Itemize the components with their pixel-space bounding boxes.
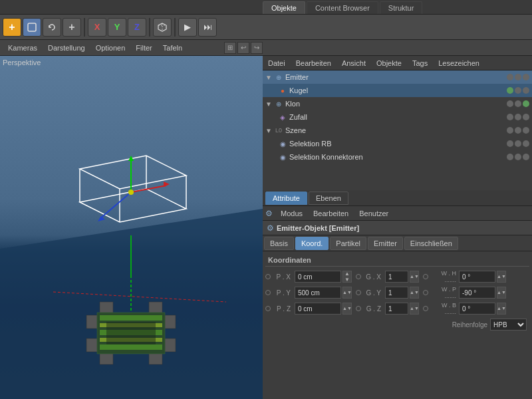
rotate-btn[interactable] xyxy=(43,18,61,37)
menu-lesezeichen[interactable]: Lesezeichen xyxy=(433,58,485,68)
x-btn[interactable]: X xyxy=(88,18,106,37)
radio-gy[interactable] xyxy=(356,290,361,295)
arrow-py[interactable]: ▲▼ xyxy=(342,287,352,299)
input-gy[interactable] xyxy=(385,287,408,299)
tab-content-browser[interactable]: Content Browser xyxy=(307,1,378,14)
input-gz[interactable] xyxy=(385,303,408,315)
tab-struktur[interactable]: Struktur xyxy=(380,1,423,14)
expand-arrow-emitter[interactable]: ▼ xyxy=(265,74,272,81)
vis-dot-sk2[interactable] xyxy=(515,154,521,160)
vis-dot-k1[interactable] xyxy=(507,87,513,94)
subtab-basis[interactable]: Basis xyxy=(264,237,294,250)
expand-arrow-klon[interactable]: ▼ xyxy=(265,100,272,108)
view-icon3[interactable]: ↪ xyxy=(251,42,263,54)
input-pz[interactable] xyxy=(295,303,341,315)
input-px[interactable] xyxy=(295,271,341,283)
add2-btn[interactable]: + xyxy=(63,18,81,37)
vis-dot-s1[interactable] xyxy=(507,127,513,134)
menu-ansicht[interactable]: Ansicht xyxy=(336,58,371,68)
z-btn[interactable]: Z xyxy=(128,18,146,37)
radio-pz[interactable] xyxy=(265,306,271,311)
radio-px[interactable] xyxy=(265,274,271,279)
object-row-kugel[interactable]: ● Kugel xyxy=(263,84,532,97)
expand-arrow-szene[interactable]: ▼ xyxy=(265,127,272,134)
vis-dot-sk1[interactable] xyxy=(507,154,513,160)
vis-dot-srb3[interactable] xyxy=(523,140,529,147)
menu-tafeln[interactable]: Tafeln xyxy=(158,43,188,53)
tab-attribute[interactable]: Attribute xyxy=(265,192,307,205)
vis-dot-srb2[interactable] xyxy=(515,140,521,147)
arrow-px[interactable]: ▲▼ xyxy=(342,271,352,283)
attr-menu-benutzer[interactable]: Benutzer xyxy=(354,208,394,219)
reihenfolge-select[interactable]: HPB PHB HPB xyxy=(490,319,527,331)
menu-darstellung[interactable]: Darstellung xyxy=(43,43,90,53)
vis-dot1[interactable] xyxy=(507,74,513,80)
arrow-wb[interactable]: ▲▼ xyxy=(497,303,506,315)
tab-objekte[interactable]: Objekte xyxy=(263,1,305,14)
subtab-koord[interactable]: Koord. xyxy=(295,237,329,250)
object-btn[interactable] xyxy=(23,18,41,37)
vis-dot-s2[interactable] xyxy=(515,127,521,134)
object-row-emitter[interactable]: ▼ ⊕ Emitter xyxy=(263,70,532,84)
arrow-gz[interactable]: ▲▼ xyxy=(410,303,419,315)
vis-dot3[interactable] xyxy=(523,74,529,80)
object-row-selektion-rb[interactable]: ◉ Selektion RB xyxy=(263,137,532,150)
vis-dot-kl3[interactable] xyxy=(523,100,529,107)
object-row-zufall[interactable]: ◈ Zufall xyxy=(263,110,532,124)
objects-list[interactable]: ▼ ⊕ Emitter ● Kugel xyxy=(263,70,532,190)
input-gx[interactable] xyxy=(385,271,408,283)
object-row-selektion-konnektoren[interactable]: ◉ Selektion Konnektoren xyxy=(263,150,532,164)
menu-kameras[interactable]: Kameras xyxy=(3,43,43,53)
play-btn[interactable]: ▶ xyxy=(178,18,197,37)
vis-dot-kl1[interactable] xyxy=(507,100,513,107)
cube-btn[interactable] xyxy=(153,18,172,37)
vis-dot-k2[interactable] xyxy=(515,87,521,94)
vis-dot-z1[interactable] xyxy=(507,114,513,120)
input-py[interactable] xyxy=(295,287,341,299)
radio-wb[interactable] xyxy=(423,306,428,311)
radio-wp[interactable] xyxy=(423,290,428,295)
arrow-wp[interactable]: ▲▼ xyxy=(497,287,506,299)
input-wh[interactable] xyxy=(459,271,495,283)
label-px: P . X xyxy=(273,273,293,281)
vis-dot-srb1[interactable] xyxy=(507,140,513,147)
emitter-vis xyxy=(507,74,529,80)
subtab-einschliessen[interactable]: Einschließen xyxy=(404,237,458,250)
attr-menu-modus[interactable]: Modus xyxy=(275,208,308,219)
vis-dot-z3[interactable] xyxy=(523,114,529,120)
menu-tags[interactable]: Tags xyxy=(407,58,433,68)
menu-datei[interactable]: Datei xyxy=(263,58,291,68)
radio-py[interactable] xyxy=(265,290,271,295)
fastfwd-btn[interactable]: ⏭ xyxy=(198,18,217,37)
radio-wh[interactable] xyxy=(423,274,428,279)
radio-gz[interactable] xyxy=(356,306,361,311)
radio-gx[interactable] xyxy=(356,274,361,279)
subtab-emitter[interactable]: Emitter xyxy=(368,237,403,250)
menu-optionen[interactable]: Optionen xyxy=(90,43,131,53)
vis-dot2[interactable] xyxy=(515,74,521,80)
view-icon2[interactable]: ↩ xyxy=(237,42,249,54)
vis-dot-z2[interactable] xyxy=(515,114,521,120)
subtab-partikel[interactable]: Partikel xyxy=(330,237,366,250)
vis-dot-s3[interactable] xyxy=(523,127,529,134)
menu-bearbeiten[interactable]: Bearbeiten xyxy=(291,58,336,68)
arrow-pz[interactable]: ▲▼ xyxy=(342,303,352,315)
y-btn[interactable]: Y xyxy=(108,18,126,37)
tab-ebenen[interactable]: Ebenen xyxy=(309,192,348,205)
viewport-3d[interactable]: Perspektive xyxy=(0,56,263,399)
object-row-klon[interactable]: ▼ ⊕ Klon xyxy=(263,97,532,110)
arrow-gx[interactable]: ▲▼ xyxy=(410,271,419,283)
add-btn[interactable]: + xyxy=(3,18,21,37)
object-row-szene[interactable]: ▼ L0 Szene xyxy=(263,124,532,137)
input-wp[interactable] xyxy=(459,287,495,299)
input-wb[interactable] xyxy=(459,303,495,315)
arrow-gy[interactable]: ▲▼ xyxy=(410,287,419,299)
menu-filter[interactable]: Filter xyxy=(130,43,157,53)
attr-menu-bearbeiten[interactable]: Bearbeiten xyxy=(308,208,354,219)
view-icon1[interactable]: ⊞ xyxy=(224,42,236,54)
vis-dot-sk3[interactable] xyxy=(523,154,529,160)
arrow-wh[interactable]: ▲▼ xyxy=(497,271,506,283)
vis-dot-kl2[interactable] xyxy=(515,100,521,107)
vis-dot-k3[interactable] xyxy=(523,87,529,94)
menu-objekte[interactable]: Objekte xyxy=(371,58,407,68)
